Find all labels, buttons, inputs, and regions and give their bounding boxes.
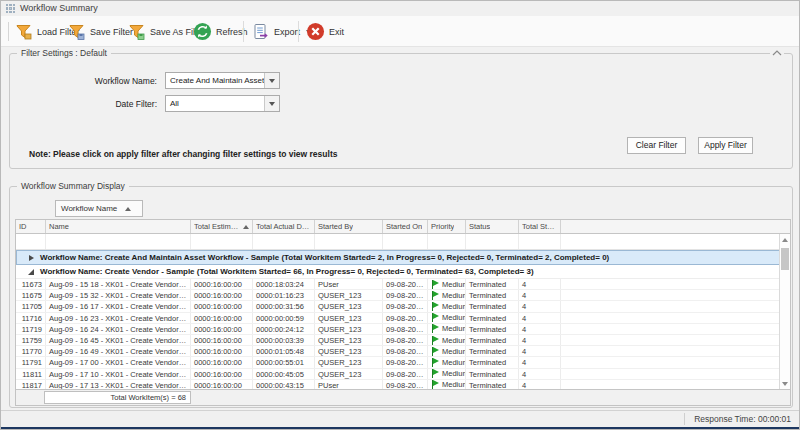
sort-ascending-icon	[125, 207, 131, 211]
cell-started-by: QUSER_123	[315, 301, 383, 311]
cell-total-estimated: 0000:16:00:00	[191, 369, 253, 379]
load-filter-icon	[15, 23, 33, 41]
cell-total-steps: 4	[519, 290, 561, 300]
scroll-down-icon[interactable]	[780, 378, 790, 389]
table-row[interactable]: 11770 Aug-09 - 16 49 - XK01 - Create Ven…	[16, 346, 790, 357]
cell-filler	[561, 279, 790, 289]
cell-started-on: 09-08-2017...	[383, 313, 428, 323]
cell-started-by: QUSER_123	[315, 357, 383, 367]
cell-total-actual: 0000:01:16:23	[253, 290, 315, 300]
cell-filler	[561, 313, 790, 323]
group-row-create-vendor[interactable]: Workflow Name: Create Vendor - Sample (T…	[16, 265, 790, 279]
group-by-workflow-name-button[interactable]: Workflow Name	[55, 200, 143, 217]
table-row[interactable]: 11719 Aug-09 - 16 24 - XK01 - Create Ven…	[16, 324, 790, 335]
grid-header: ID Name Total Estimated... Total Actual …	[16, 220, 790, 234]
collapse-chevron-icon[interactable]	[770, 50, 784, 56]
cell-status: Terminated	[466, 324, 519, 334]
cell-filler	[561, 324, 790, 334]
refresh-icon	[193, 22, 212, 41]
cell-name: Aug-09 - 16 49 - XK01 - Create Vendor - …	[46, 346, 191, 356]
grid-rows: 11673 Aug-09 - 15 18 - XK01 - Create Ven…	[16, 279, 790, 391]
column-header-status[interactable]: Status	[466, 220, 519, 233]
cell-total-actual: 0000:00:45:05	[253, 369, 315, 379]
cell-started-on: 09-08-2017...	[383, 279, 428, 289]
table-row[interactable]: 11759 Aug-09 - 16 45 - XK01 - Create Ven…	[16, 335, 790, 346]
cell-total-actual: 0000:00:24:12	[253, 324, 315, 334]
cell-name: Aug-09 - 15 18 - XK01 - Create Vendor - …	[46, 279, 191, 289]
vertical-scrollbar[interactable]	[779, 234, 790, 389]
table-row[interactable]: 11811 Aug-09 - 17 10 - XK01 - Create Ven…	[16, 369, 790, 380]
table-row[interactable]: 11705 Aug-09 - 16 17 - XK01 - Create Ven…	[16, 301, 790, 312]
cell-id: 11673	[16, 279, 46, 289]
cell-total-estimated: 0000:16:00:00	[191, 290, 253, 300]
dropdown-arrow-icon[interactable]	[264, 73, 279, 88]
clear-filter-button[interactable]: Clear Filter	[627, 137, 686, 154]
table-row[interactable]: 11716 Aug-09 - 16 23 - XK01 - Create Ven…	[16, 313, 790, 324]
dropdown-arrow-icon[interactable]	[264, 96, 279, 111]
cell-started-by: PUser	[315, 279, 383, 289]
cell-started-by: QUSER_123	[315, 290, 383, 300]
priority-flag-icon	[431, 291, 439, 300]
cell-priority: Medium	[428, 346, 466, 356]
column-header-total-actual[interactable]: Total Actual Durati...	[253, 220, 315, 233]
cell-id: 11759	[16, 335, 46, 345]
sort-ascending-icon	[243, 225, 249, 229]
cell-total-steps: 4	[519, 301, 561, 311]
cell-started-on: 09-08-2017...	[383, 369, 428, 379]
column-header-started-by[interactable]: Started By	[315, 220, 383, 233]
cell-total-estimated: 0000:16:00:00	[191, 346, 253, 356]
cell-priority: Medium	[428, 369, 466, 379]
cell-started-by: QUSER_123	[315, 346, 383, 356]
empty-grid-row	[16, 234, 790, 250]
table-row[interactable]: 11673 Aug-09 - 15 18 - XK01 - Create Ven…	[16, 279, 790, 290]
cell-priority: Medium	[428, 335, 466, 345]
workflow-grid: ID Name Total Estimated... Total Actual …	[15, 219, 791, 406]
scrollbar-thumb[interactable]	[781, 248, 789, 270]
column-header-total-estimated[interactable]: Total Estimated...	[191, 220, 253, 233]
table-row[interactable]: 11675 Aug-09 - 15 32 - XK01 - Create Ven…	[16, 290, 790, 301]
cell-priority: Medium	[428, 357, 466, 367]
column-header-total-steps[interactable]: Total Steps	[519, 220, 561, 233]
toolbar-separator	[243, 21, 244, 42]
column-header-started-on[interactable]: Started On	[383, 220, 428, 233]
cell-started-on: 09-08-2017...	[383, 335, 428, 345]
cell-priority: Medium	[428, 290, 466, 300]
cell-name: Aug-09 - 17 10 - XK01 - Create Vendor - …	[46, 369, 191, 379]
cell-total-steps: 4	[519, 346, 561, 356]
date-filter-select[interactable]: All	[165, 95, 280, 112]
cell-started-by: QUSER_123	[315, 369, 383, 379]
column-header-id[interactable]: ID	[16, 220, 46, 233]
cell-started-by: QUSER_123	[315, 324, 383, 334]
expand-expanded-icon[interactable]	[28, 269, 34, 275]
cell-status: Terminated	[466, 301, 519, 311]
workflow-name-select[interactable]: Create And Maintain Asset Workflow ...	[165, 72, 280, 89]
refresh-button[interactable]: Refresh	[190, 19, 251, 44]
exit-button[interactable]: Exit	[303, 19, 347, 44]
group-row-asset-workflow[interactable]: Workflow Name: Create And Maintain Asset…	[16, 250, 790, 265]
toolbar-grip	[8, 22, 9, 41]
column-header-filler	[561, 220, 790, 233]
priority-flag-icon	[431, 358, 439, 367]
cell-started-by: QUSER_123	[315, 313, 383, 323]
cell-id: 11770	[16, 346, 46, 356]
cell-filler	[561, 301, 790, 311]
total-workitems-summary: Total WorkItem(s) = 68	[44, 391, 191, 404]
cell-total-actual: 0000:00:31:56	[253, 301, 315, 311]
cell-id: 11675	[16, 290, 46, 300]
cell-status: Terminated	[466, 279, 519, 289]
scroll-up-icon[interactable]	[780, 234, 790, 245]
column-header-priority[interactable]: Priority	[428, 220, 466, 233]
workflow-summary-display-group: Workflow Summary Display Workflow Name I…	[9, 186, 793, 408]
cell-filler	[561, 335, 790, 345]
cell-priority: Medium	[428, 313, 466, 323]
cell-status: Terminated	[466, 346, 519, 356]
save-as-filter-icon	[128, 23, 146, 41]
cell-started-on: 09-08-2017...	[383, 346, 428, 356]
table-row[interactable]: 11791 Aug-09 - 17 00 - XK01 - Create Ven…	[16, 357, 790, 368]
cell-started-on: 09-08-2017...	[383, 357, 428, 367]
column-header-name[interactable]: Name	[46, 220, 191, 233]
filter-note: Note: Please click on apply filter after…	[29, 149, 337, 159]
response-time: Response Time: 00:00:01	[694, 414, 791, 424]
expand-collapsed-icon[interactable]	[29, 255, 34, 261]
apply-filter-button[interactable]: Apply Filter	[698, 137, 753, 154]
